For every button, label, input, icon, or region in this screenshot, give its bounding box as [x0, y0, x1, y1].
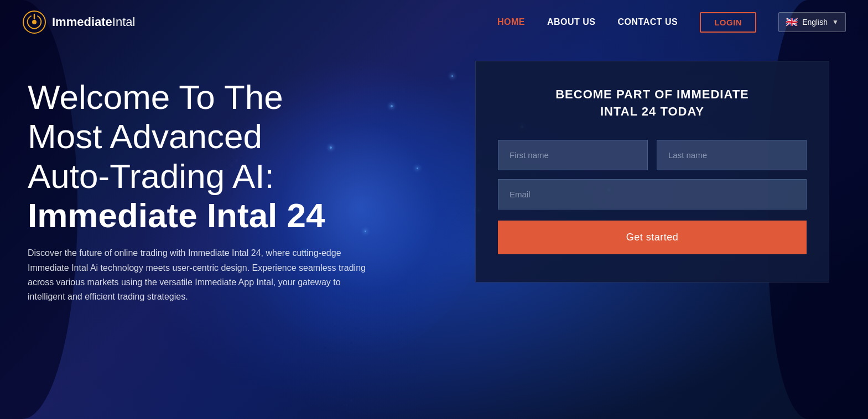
- nav-links: HOME ABOUT US CONTACT US LOGIN 🇬🇧 Englis…: [497, 12, 846, 33]
- nav-home[interactable]: HOME: [497, 17, 525, 27]
- get-started-button[interactable]: Get started: [498, 221, 807, 254]
- first-name-input[interactable]: [498, 140, 648, 170]
- email-input[interactable]: [498, 179, 807, 210]
- hero-title-line2: Most Advanced: [28, 117, 262, 155]
- login-button[interactable]: LOGIN: [700, 12, 756, 33]
- logo-brand-light: Intal: [112, 15, 136, 29]
- hero-description: Discover the future of online trading wi…: [28, 246, 371, 305]
- hero-content: Welcome To The Most Advanced Auto-Tradin…: [0, 44, 868, 419]
- nav-contact[interactable]: CONTACT US: [617, 17, 678, 27]
- form-title-line1: BECOME PART OF IMMEDIATE: [555, 87, 749, 101]
- nav-about[interactable]: ABOUT US: [547, 17, 596, 27]
- hero-right: BECOME PART OF IMMEDIATE INTAL 24 TODAY …: [475, 61, 840, 282]
- flag-icon: 🇬🇧: [786, 16, 798, 28]
- hero-title-line1: Welcome To The: [28, 78, 283, 116]
- language-label: English: [802, 18, 828, 27]
- chevron-down-icon: ▼: [832, 18, 839, 26]
- last-name-input[interactable]: [657, 140, 807, 170]
- logo-text: ImmediateIntal: [52, 15, 135, 29]
- navbar: ImmediateIntal HOME ABOUT US CONTACT US …: [0, 0, 868, 44]
- language-selector[interactable]: 🇬🇧 English ▼: [778, 12, 846, 32]
- hero-title-line3: Auto-Trading AI:: [28, 157, 274, 195]
- form-name-row: [498, 140, 807, 170]
- form-title: BECOME PART OF IMMEDIATE INTAL 24 TODAY: [498, 86, 807, 121]
- logo[interactable]: ImmediateIntal: [22, 10, 135, 34]
- hero-title: Welcome To The Most Advanced Auto-Tradin…: [28, 77, 415, 235]
- logo-brand-bold: Immediate: [52, 15, 112, 29]
- registration-form: BECOME PART OF IMMEDIATE INTAL 24 TODAY …: [475, 61, 829, 282]
- hero-title-bold: Immediate Intal 24: [28, 196, 325, 234]
- svg-point-1: [32, 20, 37, 24]
- logo-icon: [22, 10, 46, 34]
- hero-left: Welcome To The Most Advanced Auto-Tradin…: [28, 66, 415, 305]
- form-title-line2: INTAL 24 TODAY: [600, 104, 704, 118]
